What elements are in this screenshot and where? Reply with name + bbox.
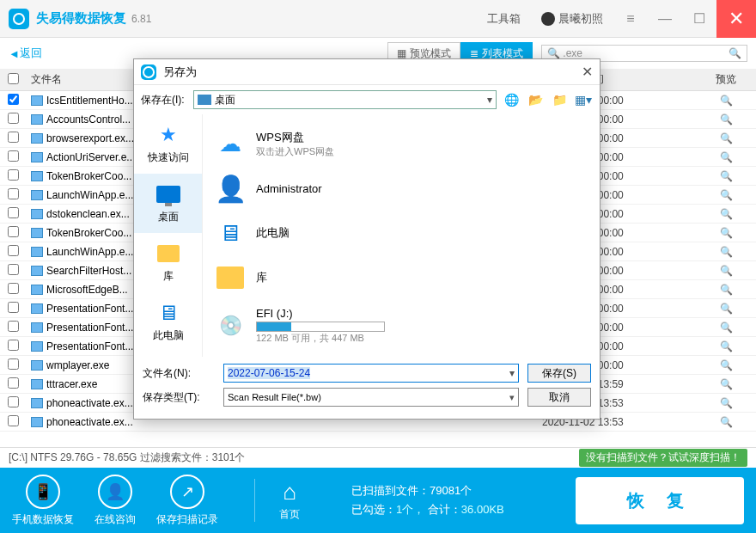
maximize-button[interactable]: ☐ <box>682 0 716 38</box>
preview-icon[interactable]: 🔍 <box>720 303 733 315</box>
filetype-value: Scan Result File(*.bw) <box>228 392 321 402</box>
row-checkbox[interactable] <box>8 245 19 256</box>
drive-icon: 💿 <box>213 310 247 341</box>
row-checkbox[interactable] <box>8 415 19 426</box>
row-checkbox[interactable] <box>8 358 19 370</box>
list-item-admin[interactable]: 👤 Administrator <box>210 166 593 211</box>
preview-icon[interactable]: 🔍 <box>720 113 733 126</box>
recover-button[interactable]: 恢 复 <box>576 477 744 524</box>
dialog-logo <box>141 64 156 80</box>
row-checkbox[interactable] <box>8 302 19 313</box>
search-go-icon[interactable]: 🔍 <box>729 47 741 59</box>
row-checkbox[interactable] <box>8 94 19 105</box>
list-item-wps[interactable]: ☁ WPS网盘双击进入WPS网盘 <box>210 121 593 166</box>
col-preview[interactable]: 预览 <box>709 72 743 87</box>
preview-icon[interactable]: 🔍 <box>720 284 733 296</box>
row-checkbox[interactable] <box>8 207 19 218</box>
dialog-titlebar: 另存为 ✕ <box>134 59 600 85</box>
file-icon <box>31 322 43 333</box>
preview-icon[interactable]: 🔍 <box>720 359 733 371</box>
sidebar-label: 此电脑 <box>153 328 184 343</box>
titlebar: 失易得数据恢复 6.81 工具箱 晨曦初照 ≡ — ☐ ✕ <box>0 0 756 38</box>
nav-back-icon[interactable]: 🌐 <box>502 90 521 109</box>
save-scan-button[interactable]: ↗ 保存扫描记录 <box>156 475 218 527</box>
chevron-down-icon[interactable]: ▾ <box>509 367 515 379</box>
row-checkbox[interactable] <box>8 132 19 143</box>
chevron-down-icon[interactable]: ▾ <box>509 392 515 403</box>
scanned-count: 79081个 <box>430 484 472 497</box>
view-menu-icon[interactable]: ▦▾ <box>574 90 593 109</box>
sidebar-desktop[interactable]: 桌面 <box>134 174 202 233</box>
dialog-close-button[interactable]: ✕ <box>582 64 593 80</box>
row-checkbox[interactable] <box>8 150 19 162</box>
preview-icon[interactable]: 🔍 <box>720 151 733 163</box>
preview-icon[interactable]: 🔍 <box>720 95 733 107</box>
row-checkbox[interactable] <box>8 283 19 294</box>
selected-label: 已勾选： <box>351 503 396 516</box>
row-checkbox[interactable] <box>8 264 19 275</box>
select-all-checkbox[interactable] <box>8 73 19 84</box>
save-button[interactable]: 保存(S) <box>527 364 591 383</box>
phone-icon: 📱 <box>26 475 60 509</box>
row-checkbox[interactable] <box>8 113 19 124</box>
user-menu[interactable]: 晨曦初照 <box>531 0 613 38</box>
selected-count: 1个， <box>396 503 424 516</box>
search-text: .exe <box>563 47 582 59</box>
close-button[interactable]: ✕ <box>716 0 756 38</box>
save-in-dropdown[interactable]: 桌面 ▾ <box>193 90 497 109</box>
home-icon: ⌂ <box>283 479 296 505</box>
back-button[interactable]: ◄ 返回 <box>9 46 42 61</box>
row-checkbox[interactable] <box>8 377 19 389</box>
app-version: 6.81 <box>131 13 151 25</box>
app-title: 失易得数据恢复 <box>36 10 126 27</box>
list-item-libraries[interactable]: 库 <box>210 255 593 300</box>
preview-icon[interactable]: 🔍 <box>720 246 733 258</box>
preview-icon[interactable]: 🔍 <box>720 397 733 409</box>
preview-icon[interactable]: 🔍 <box>720 416 733 428</box>
sidebar-libraries[interactable]: 库 <box>134 233 202 292</box>
total-size: 36.00KB <box>461 503 504 516</box>
sidebar-this-pc[interactable]: 🖥 此电脑 <box>134 292 202 352</box>
preview-icon[interactable]: 🔍 <box>720 208 733 220</box>
preview-icon[interactable]: 🔍 <box>720 227 733 239</box>
star-icon: ★ <box>155 123 182 147</box>
dialog-file-list: ☁ WPS网盘双击进入WPS网盘 👤 Administrator 🖥 此电脑 库… <box>203 114 600 357</box>
file-icon <box>31 152 43 162</box>
bottom-bar: 📱 手机数据恢复 👤 在线咨询 ↗ 保存扫描记录 ⌂ 首页 已扫描到文件：790… <box>0 468 756 533</box>
row-checkbox[interactable] <box>8 169 19 181</box>
row-checkbox[interactable] <box>8 340 19 351</box>
preview-icon[interactable]: 🔍 <box>720 170 733 182</box>
file-icon <box>31 133 43 144</box>
preview-icon[interactable]: 🔍 <box>720 189 733 201</box>
file-icon <box>31 114 43 125</box>
list-item-this-pc[interactable]: 🖥 此电脑 <box>210 211 593 255</box>
row-checkbox[interactable] <box>8 321 19 332</box>
preview-icon[interactable]: 🔍 <box>720 132 733 144</box>
drive-usage-bar <box>256 322 385 332</box>
save-icon: ↗ <box>170 475 204 509</box>
row-checkbox[interactable] <box>8 396 19 407</box>
row-checkbox[interactable] <box>8 188 19 199</box>
preview-icon[interactable]: 🔍 <box>720 378 733 390</box>
phone-recovery-button[interactable]: 📱 手机数据恢复 <box>12 475 74 527</box>
file-icon <box>31 303 43 314</box>
file-icon <box>31 398 43 408</box>
preview-icon[interactable]: 🔍 <box>720 340 733 352</box>
nav-up-icon[interactable]: 📂 <box>526 90 545 109</box>
minimize-button[interactable]: — <box>648 0 682 38</box>
cancel-button[interactable]: 取消 <box>527 388 591 407</box>
row-checkbox[interactable] <box>8 226 19 237</box>
preview-icon[interactable]: 🔍 <box>720 322 733 334</box>
menu-icon[interactable]: ≡ <box>613 0 648 38</box>
list-item-drive[interactable]: 💿 EFI (J:) 122 MB 可用，共 447 MB <box>210 300 593 352</box>
status-bar: [C:\] NTFS 29.76G - 78.65G 过滤搜索文件：3101个 … <box>0 447 756 468</box>
sidebar-quick-access[interactable]: ★ 快速访问 <box>134 114 202 174</box>
new-folder-icon[interactable]: 📁 <box>550 90 569 109</box>
home-button[interactable]: ⌂ 首页 <box>279 479 300 522</box>
preview-icon[interactable]: 🔍 <box>720 265 733 277</box>
deep-scan-button[interactable]: 没有扫描到文件？试试深度扫描！ <box>579 449 747 467</box>
online-consult-button[interactable]: 👤 在线咨询 <box>94 475 136 527</box>
filetype-select[interactable]: Scan Result File(*.bw) ▾ <box>223 388 519 407</box>
toolbox-button[interactable]: 工具箱 <box>477 0 531 38</box>
filename-input[interactable]: 2022-07-06-15-24 ▾ <box>223 364 519 383</box>
